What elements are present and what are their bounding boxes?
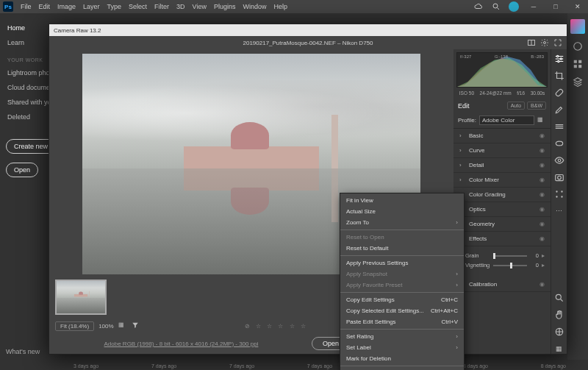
toggle-before-after-icon[interactable] [527, 38, 536, 47]
menu-window[interactable]: Window [243, 3, 267, 10]
histo-g: G:-138 [495, 54, 508, 59]
ctx-copy-selected-edit[interactable]: Copy Selected Edit Settings...Ctrl+Alt+C [340, 305, 464, 316]
svg-rect-4 [574, 65, 577, 68]
window-close-icon[interactable]: ✕ [570, 3, 585, 10]
svg-point-16 [556, 191, 557, 192]
section-color-grading[interactable]: ›Color Grading◉ [453, 188, 551, 202]
search-icon[interactable] [491, 1, 501, 12]
cr-filename: 20190217_PutraMosque-0042.NEF – Nikon D7… [243, 40, 373, 46]
healing-tool-icon[interactable] [554, 88, 564, 98]
svg-point-1 [574, 43, 582, 51]
ctx-fit-in-view[interactable]: Fit in View [340, 195, 464, 206]
cloud-icon[interactable] [473, 1, 484, 12]
menu-file[interactable]: File [21, 3, 32, 10]
svg-rect-3 [578, 60, 581, 63]
edit-panel-title: Edit [458, 102, 470, 110]
snapshots-icon[interactable] [554, 172, 564, 182]
edit-accordion: ›Basic◉ ›Curve◉ ›Detail◉ ›Color Mixer◉ ›… [453, 128, 551, 292]
menu-view[interactable]: View [193, 3, 207, 10]
zoom-fit-dropdown[interactable]: Fit (18.4%) [55, 321, 94, 331]
layers-panel-icon[interactable] [573, 77, 583, 87]
section-effects[interactable]: ⌄Effects◉ [453, 232, 551, 246]
svg-point-7 [544, 42, 546, 44]
more-tools-icon[interactable]: ⋯ [554, 206, 564, 216]
histogram[interactable]: f/-327 G:-138 B:-283 [456, 52, 548, 88]
menu-filter[interactable]: Filter [154, 3, 169, 10]
adjustment-brush-icon[interactable] [554, 104, 564, 115]
zoom-100[interactable]: 100% [98, 323, 113, 330]
vignetting-slider[interactable]: Vignetting 0 ▸ [465, 262, 545, 268]
menu-layer[interactable]: Layer [83, 3, 100, 10]
grain-slider[interactable]: Grain 0 ▸ [465, 252, 545, 259]
panel-thumb[interactable] [570, 19, 585, 34]
ctx-zoom-to[interactable]: Zoom To [340, 217, 464, 228]
ctx-set-rating[interactable]: Set Rating [340, 331, 464, 342]
ctx-paste-edit[interactable]: Paste Edit SettingsCtrl+V [340, 316, 464, 327]
zoom-tool-icon[interactable] [554, 293, 564, 303]
redeye-tool-icon[interactable] [554, 155, 564, 166]
rating-stars[interactable]: ⊘ ☆ ☆ ☆ ☆ ☆ [245, 323, 308, 330]
color-panel-icon[interactable] [573, 41, 583, 51]
menu-edit[interactable]: Edit [39, 3, 51, 10]
section-color-mixer[interactable]: ›Color Mixer◉ [453, 173, 551, 188]
section-optics[interactable]: ›Optics◉ [453, 202, 551, 217]
ctx-actual-size[interactable]: Actual Size [340, 206, 464, 217]
graduated-filter-icon[interactable] [554, 121, 564, 132]
bw-button[interactable]: B&W [527, 102, 546, 110]
context-menu: Fit in View Actual Size Zoom To Reset to… [340, 193, 465, 370]
profile-dropdown[interactable]: Adobe Color [479, 115, 534, 125]
menu-plugins[interactable]: Plugins [214, 3, 236, 10]
ctx-copy-edit[interactable]: Copy Edit SettingsCtrl+C [340, 294, 464, 305]
hand-tool-icon[interactable] [554, 310, 564, 320]
presets-icon[interactable] [554, 189, 564, 199]
auto-button[interactable]: Auto [507, 102, 525, 110]
user-avatar[interactable] [509, 1, 519, 12]
svg-point-17 [561, 191, 562, 192]
edit-tool-icon[interactable] [554, 54, 564, 64]
section-calibration[interactable]: ›Calibration◉ [453, 277, 551, 292]
toggle-grid-icon[interactable]: ▦ [554, 344, 564, 354]
menu-select[interactable]: Select [129, 3, 147, 10]
svg-point-13 [558, 159, 561, 162]
swatches-panel-icon[interactable] [573, 59, 583, 69]
recent-items-timestamps: 3 days ago7 days ago7 days ago7 days ago… [74, 363, 566, 369]
menu-type[interactable]: Type [107, 3, 122, 10]
color-sampler-icon[interactable] [554, 327, 564, 337]
crop-tool-icon[interactable] [554, 71, 564, 81]
ctx-apply-previous[interactable]: Apply Previous Settings [340, 257, 464, 268]
menu-help[interactable]: Help [274, 3, 288, 10]
menu-3d[interactable]: 3D [176, 3, 185, 10]
section-detail[interactable]: ›Detail◉ [453, 158, 551, 173]
cr-toolstrip: ⋯ ▦ [551, 49, 567, 354]
fullscreen-icon[interactable] [553, 38, 562, 47]
ctx-reset-default[interactable]: Reset to Default [340, 243, 464, 254]
svg-point-9 [560, 58, 562, 60]
radial-filter-icon[interactable] [554, 138, 564, 149]
ctx-set-label[interactable]: Set Label [340, 342, 464, 353]
svg-point-19 [561, 196, 562, 197]
profile-browser-icon[interactable]: ▦ [537, 116, 546, 125]
open-button[interactable]: Open [6, 163, 38, 177]
menu-image[interactable]: Image [57, 3, 76, 10]
section-curve[interactable]: ›Curve◉ [453, 143, 551, 158]
section-geometry[interactable]: ›Geometry◉ [453, 217, 551, 232]
effects-body: Grain 0 ▸ Vignetting 0 ▸ [453, 246, 551, 277]
workflow-options-link[interactable]: Adobe RGB (1998) - 8 bit - 6016 x 4016 (… [57, 341, 306, 347]
filter-icon[interactable] [132, 321, 140, 330]
ctx-mark-deletion[interactable]: Mark for Deletion [340, 353, 464, 364]
app-menubar: Ps File Edit Image Layer Type Select Fil… [0, 0, 588, 13]
right-panel-dock [567, 13, 588, 360]
gear-icon[interactable] [540, 38, 549, 47]
edit-panel: f/-327 G:-138 B:-283 ISO 5024-24@22 mmf/… [453, 49, 551, 354]
section-basic[interactable]: ›Basic◉ [453, 129, 551, 143]
grid-view-icon[interactable]: ▦ [118, 321, 127, 330]
svg-point-15 [557, 176, 561, 179]
ctx-apply-snapshot: Apply Snapshot [340, 268, 464, 280]
svg-point-10 [557, 60, 559, 62]
whats-new-link[interactable]: What's new [6, 348, 40, 355]
window-minimize-icon[interactable]: ─ [526, 3, 541, 10]
camera-raw-dialog: Camera Raw 13.2 20190217_PutraMosque-004… [49, 24, 567, 355]
ctx-apply-favorite: Apply Favorite Preset [340, 280, 464, 291]
window-maximize-icon[interactable]: □ [548, 3, 563, 10]
filmstrip-thumb[interactable] [55, 280, 107, 315]
